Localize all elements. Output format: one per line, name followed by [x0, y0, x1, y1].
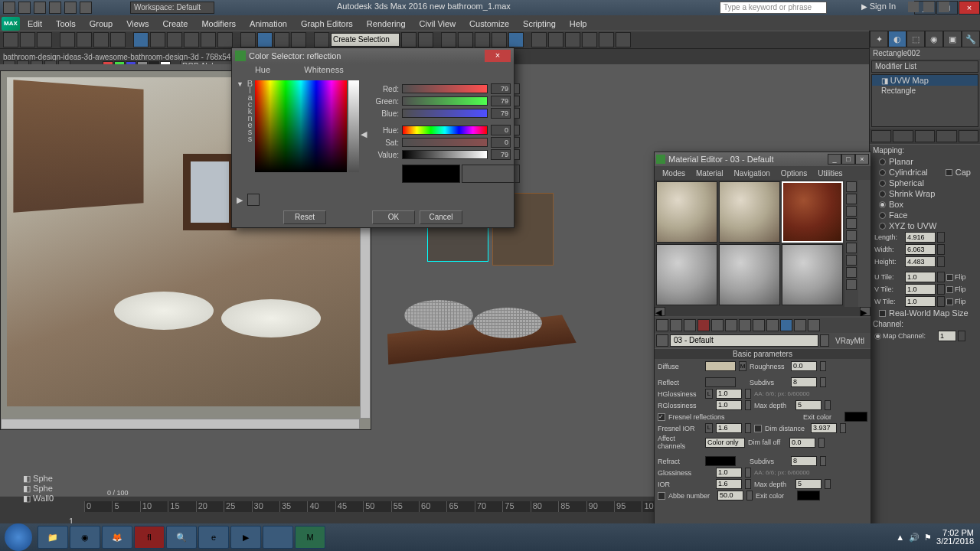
spinner-snap-icon[interactable] [291, 32, 306, 47]
wtile-spinner[interactable]: 1.0 [905, 296, 936, 307]
dimfall-spinner[interactable]: 0.0 [789, 438, 815, 448]
length-spinner[interactable]: 4.916 [905, 232, 936, 243]
reflect-color-well[interactable] [705, 377, 736, 387]
menu-customize[interactable]: Customize [463, 18, 515, 30]
diffuse-color-well[interactable] [705, 361, 736, 371]
undo-icon[interactable] [64, 2, 77, 14]
make-preview-icon[interactable] [846, 243, 857, 253]
mat-menu-material[interactable]: Material [691, 169, 728, 178]
star-icon[interactable] [923, 2, 934, 12]
save-icon[interactable] [49, 2, 61, 14]
menu-animation[interactable]: Animation [243, 18, 293, 30]
assign-to-sel-icon[interactable] [684, 319, 696, 331]
menu-create[interactable]: Create [156, 18, 194, 30]
window-crossing-icon[interactable] [110, 32, 126, 47]
rmaxdepth-spinner[interactable]: 5 [795, 479, 822, 489]
menu-civil-view[interactable]: Civil View [413, 18, 462, 30]
render-preset-icon[interactable] [599, 32, 614, 47]
menu-tools[interactable]: Tools [50, 18, 82, 30]
reset-button[interactable]: Reset [283, 210, 326, 224]
mat-maximize[interactable]: □ [841, 154, 855, 165]
editnamedsel-icon[interactable] [314, 32, 329, 47]
ref-hscroll[interactable] [1, 419, 360, 429]
abbe-spinner[interactable]: 50.0 [717, 491, 743, 500]
render-setup-icon[interactable] [531, 32, 547, 47]
show-end-result-icon[interactable] [780, 319, 792, 331]
reset-map-icon[interactable] [697, 319, 710, 331]
height-spinner[interactable]: 4.483 [905, 256, 936, 267]
render-region-icon[interactable] [616, 32, 631, 47]
render-frame-icon[interactable] [548, 32, 564, 47]
win-close[interactable]: × [959, 1, 980, 15]
infocenter-icon[interactable] [908, 2, 919, 12]
utilities-tab-icon[interactable]: 🔧 [962, 31, 980, 47]
value-value[interactable]: 79 [491, 149, 511, 160]
maxdepth-spinner[interactable]: 5 [795, 400, 822, 410]
backlight-icon[interactable] [846, 194, 857, 204]
sample-slot-5[interactable] [719, 244, 780, 305]
start-button[interactable] [5, 523, 32, 551]
sample-slot-2[interactable] [719, 181, 780, 243]
object-name-field[interactable]: Rectangle002 [870, 47, 980, 59]
refcoord-icon[interactable] [184, 32, 199, 47]
hgloss-spinner[interactable]: 1.0 [716, 389, 742, 399]
dimdist-spinner[interactable]: 3.937 [811, 423, 837, 433]
time-ruler[interactable]: 0510152025303540455055606570758085909510… [84, 501, 670, 512]
get-material-icon[interactable] [656, 319, 668, 331]
curve-editor-icon[interactable] [475, 32, 490, 47]
rexit-color-well[interactable] [797, 491, 820, 500]
menu-help[interactable]: Help [564, 18, 593, 30]
display-tab-icon[interactable]: ▣ [943, 31, 962, 47]
mat-menu-options[interactable]: Options [776, 169, 812, 178]
mat-menu-navigation[interactable]: Navigation [730, 169, 775, 178]
system-tray[interactable]: ▲🔊⚑ 7:02 PM3/21/2018 [896, 529, 980, 546]
config-sets-icon[interactable] [959, 130, 978, 142]
make-unique-icon[interactable] [725, 319, 737, 331]
material-name-input[interactable]: 03 - Default [670, 334, 818, 347]
remove-mod-icon[interactable] [936, 130, 956, 142]
select-icon[interactable] [60, 32, 75, 47]
new-icon[interactable] [18, 2, 31, 14]
eyedropper-icon[interactable] [247, 194, 260, 206]
align-icon[interactable] [418, 32, 433, 47]
pick-material-icon[interactable] [656, 334, 668, 347]
pivot-icon[interactable] [201, 32, 216, 47]
menu-scripting[interactable]: Scripting [517, 18, 562, 30]
ribbon-icon[interactable] [458, 32, 473, 47]
menu-modifiers[interactable]: Modifiers [195, 18, 242, 30]
basic-params-header[interactable]: Basic parameters [655, 349, 871, 359]
map-spherical[interactable]: Spherical [873, 178, 977, 188]
unlink-icon[interactable] [20, 32, 35, 47]
blue-value[interactable]: 79 [491, 108, 511, 119]
menu-group[interactable]: Group [83, 18, 119, 30]
color-dlg-titlebar[interactable]: Color Selector: reflection × [232, 48, 514, 64]
map-xyz[interactable]: XYZ to UVW [873, 220, 977, 231]
select-name-icon[interactable] [77, 32, 92, 47]
sample-type-icon[interactable] [846, 181, 857, 192]
roughness-spinner[interactable]: 0.0 [791, 361, 817, 371]
flash-taskbar-icon[interactable]: fl [134, 526, 165, 549]
map-shrinkwrap[interactable]: Shrink Wrap [873, 188, 977, 199]
material-editor-icon[interactable] [508, 32, 524, 47]
uv-tiling-icon[interactable] [846, 218, 857, 229]
menu-graph-editors[interactable]: Graph Editors [295, 18, 359, 30]
app-menu-icon[interactable] [3, 2, 15, 14]
put-to-lib-icon[interactable] [739, 319, 751, 331]
sample-slot-6[interactable] [782, 244, 843, 305]
sample-slot-4[interactable] [656, 244, 717, 305]
map-face[interactable]: Face [873, 210, 977, 220]
color-dlg-close-button[interactable]: × [485, 50, 511, 62]
green-slider[interactable] [402, 96, 488, 106]
scene-explorer-mini[interactable]: ◧ Sphe ◧ Sphe ◧ Wall0 [23, 474, 69, 497]
options-icon[interactable] [846, 255, 857, 266]
fresnelior-spinner[interactable]: 1.6 [716, 423, 742, 433]
map-planar[interactable]: Planar [873, 156, 977, 167]
render-icon[interactable] [565, 32, 580, 47]
mat-titlebar[interactable]: Material Editor - 03 - Default _ □ × [655, 152, 871, 166]
open-icon[interactable] [34, 2, 46, 14]
mat-menu-modes[interactable]: Modes [658, 169, 690, 178]
refract-color-well[interactable] [705, 456, 736, 466]
modifier-stack[interactable]: ◨ UVW Map Rectangle [871, 74, 978, 127]
vtile-spinner[interactable]: 1.0 [905, 284, 936, 295]
select-rect-icon[interactable] [93, 32, 109, 47]
